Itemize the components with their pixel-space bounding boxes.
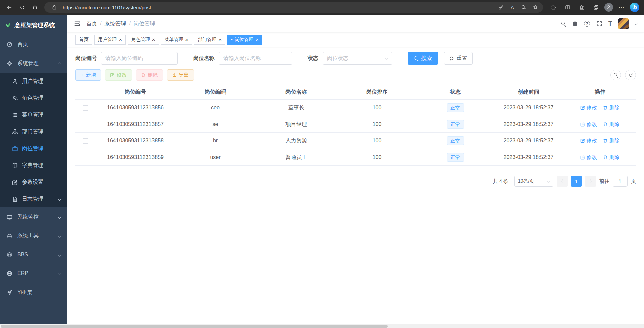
edit-button[interactable]: 修改 — [105, 69, 132, 81]
refresh-table-button[interactable] — [625, 70, 636, 80]
extensions-puzzle-icon[interactable] — [548, 2, 559, 13]
read-aloud-icon[interactable]: A — [507, 3, 517, 12]
sidebar-item-post-management[interactable]: 岗位管理 — [0, 140, 67, 157]
cell-post-code: ceo — [175, 105, 256, 111]
export-button[interactable]: 导出 — [167, 69, 194, 81]
post-name-input[interactable] — [219, 52, 292, 65]
tab-close-icon[interactable]: × — [152, 37, 155, 42]
trash-icon — [603, 155, 608, 160]
sidebar-toggle-button[interactable] — [74, 20, 81, 27]
add-button[interactable]: + 新增 — [75, 69, 101, 81]
row-edit-link[interactable]: 修改 — [580, 138, 597, 144]
sidebar-item-role-management[interactable]: 角色管理 — [0, 90, 67, 106]
address-bar[interactable]: https://ccnetcore.com:1101/system/post A — [44, 2, 543, 13]
sidebar-item-user-management[interactable]: 用户管理 — [0, 73, 67, 90]
gear-icon — [7, 61, 12, 66]
chevron-down-icon — [58, 215, 61, 219]
monitor-icon — [7, 214, 12, 220]
row-edit-link[interactable]: 修改 — [580, 154, 597, 161]
header-search-icon[interactable] — [561, 21, 566, 26]
sidebar-item-log-management[interactable]: 日志管理 — [0, 191, 67, 207]
sidebar-item-erp[interactable]: ERP — [0, 264, 67, 283]
sidebar-item-bbs[interactable]: BBS — [0, 245, 67, 264]
browser-back-button[interactable] — [3, 2, 15, 13]
status-select[interactable]: 岗位状态 — [323, 52, 392, 65]
row-delete-link[interactable]: 删除 — [603, 138, 619, 144]
sidebar-item-system-management[interactable]: 系统管理 — [0, 54, 67, 73]
goto-page-input[interactable] — [613, 176, 628, 187]
favorites-star-icon[interactable] — [576, 2, 587, 13]
split-screen-icon[interactable] — [562, 2, 573, 13]
row-edit-link[interactable]: 修改 — [580, 121, 597, 128]
tab-close-icon[interactable]: × — [119, 37, 122, 42]
sidebar-item-menu-management[interactable]: 菜单管理 — [0, 106, 67, 123]
delete-button[interactable]: 删除 — [136, 69, 163, 81]
sidebar-item-system-monitor[interactable]: 系统监控 — [0, 207, 67, 226]
row-delete-link[interactable]: 删除 — [603, 154, 619, 161]
next-page-button[interactable] — [585, 176, 596, 187]
help-icon[interactable]: ? — [584, 21, 590, 27]
row-edit-link[interactable]: 修改 — [580, 105, 597, 111]
sidebar-item-system-tools[interactable]: 系统工具 — [0, 226, 67, 245]
tab-home[interactable]: 首页 — [75, 35, 92, 45]
tab-close-icon[interactable]: × — [185, 37, 189, 42]
row-checkbox[interactable] — [83, 105, 88, 111]
bing-copilot-icon[interactable]: b — [630, 3, 639, 12]
tab-post-management[interactable]: ● 岗位管理 × — [227, 35, 262, 45]
sidebar-item-parameter-settings[interactable]: 参数设置 — [0, 174, 67, 191]
browser-settings-ellipsis-icon[interactable]: ⋯ — [616, 2, 627, 13]
sidebar-item-department-management[interactable]: 部门管理 — [0, 123, 67, 140]
chevron-down-icon — [58, 253, 61, 256]
post-code-input[interactable] — [101, 52, 178, 65]
row-checkbox[interactable] — [83, 122, 88, 127]
page-size-select[interactable]: 10条/页 — [514, 176, 553, 187]
sidebar-item-yi-framework[interactable]: Yi框架 — [0, 283, 67, 302]
browser-profile-avatar[interactable] — [604, 3, 613, 12]
select-all-checkbox[interactable] — [83, 90, 88, 95]
row-checkbox[interactable] — [83, 138, 88, 144]
saved-password-key-icon[interactable] — [496, 3, 506, 12]
table-row: 1641030593112313859 user 普通员工 100 正常 202… — [75, 149, 636, 166]
collections-icon[interactable] — [590, 2, 602, 13]
search-button[interactable]: 搜索 — [408, 52, 438, 65]
tab-close-icon[interactable]: × — [218, 37, 222, 42]
sidebar-item-home[interactable]: 首页 — [0, 35, 67, 54]
column-header-actions: 操作 — [564, 89, 636, 96]
fullscreen-icon[interactable] — [596, 21, 602, 27]
tab-department-management[interactable]: 部门管理 × — [194, 35, 225, 45]
header-actions: ? T — [561, 18, 637, 29]
breadcrumb-home[interactable]: 首页 — [86, 20, 97, 27]
url-text[interactable]: https://ccnetcore.com:1101/system/post — [63, 5, 493, 10]
add-favorite-star-icon[interactable] — [530, 3, 540, 12]
user-avatar[interactable] — [618, 18, 629, 29]
search-icon — [613, 73, 618, 78]
leaf-logo-icon — [5, 22, 11, 28]
lock-icon[interactable] — [49, 3, 59, 12]
font-size-icon[interactable]: T — [608, 20, 612, 27]
prev-page-button[interactable] — [557, 176, 568, 187]
tab-role-management[interactable]: 角色管理 × — [128, 35, 159, 45]
github-icon[interactable] — [572, 21, 578, 27]
avatar-dropdown-caret-icon[interactable] — [635, 23, 637, 25]
cell-post-sort: 100 — [337, 154, 417, 160]
tab-menu-management[interactable]: 菜单管理 × — [161, 35, 192, 45]
zoom-out-icon[interactable] — [519, 3, 529, 12]
row-checkbox[interactable] — [83, 155, 88, 160]
row-delete-link[interactable]: 删除 — [603, 121, 619, 128]
breadcrumb-system-management[interactable]: 系统管理 — [104, 20, 126, 27]
sidebar-item-dict-management[interactable]: 字典管理 — [0, 157, 67, 174]
chevron-down-icon — [58, 272, 61, 275]
browser-refresh-button[interactable] — [16, 2, 28, 13]
app-logo[interactable]: 意框架管理系统 — [0, 15, 67, 35]
page-number-1[interactable]: 1 — [571, 176, 582, 187]
horizontal-scrollbar[interactable] — [0, 324, 644, 328]
horizontal-scrollbar-thumb[interactable] — [1, 325, 388, 328]
edit-icon — [580, 105, 585, 110]
tab-user-management[interactable]: 用户管理 × — [94, 35, 126, 45]
tab-close-icon[interactable]: × — [256, 37, 259, 42]
toggle-search-button[interactable] — [610, 70, 621, 80]
browser-home-button[interactable] — [29, 2, 41, 13]
goto-label: 前往 — [599, 178, 609, 185]
row-delete-link[interactable]: 删除 — [603, 105, 619, 111]
reset-button[interactable]: 重置 — [444, 52, 473, 65]
